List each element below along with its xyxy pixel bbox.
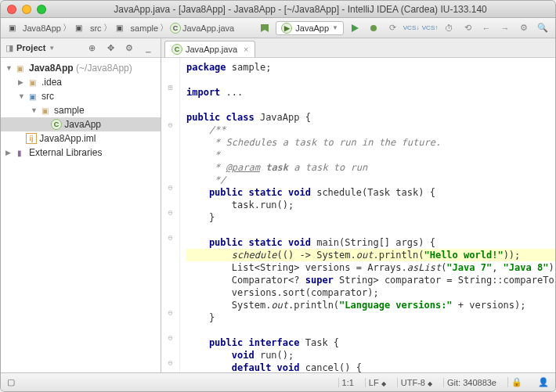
vcs-history-button[interactable]: ⏱ bbox=[441, 20, 457, 36]
dropdown-icon[interactable]: ▼ bbox=[49, 45, 55, 52]
project-panel-title: Project bbox=[16, 43, 45, 52]
class-icon: C bbox=[171, 44, 182, 55]
dropdown-icon: ▼ bbox=[332, 24, 338, 31]
class-icon: C bbox=[51, 119, 62, 130]
encoding[interactable]: UTF-8 ◆ bbox=[397, 378, 435, 387]
minimize-window-button[interactable] bbox=[22, 5, 31, 14]
breadcrumb-sep: 〉 bbox=[103, 22, 112, 34]
window-title: JavaApp.java - [Java8App] - Java8App - [… bbox=[52, 4, 549, 15]
gutter: ⊞ ⊖ ⊖⊖ ⊖ ⊖ ⊖ ⊖ bbox=[161, 58, 180, 372]
sync-button[interactable]: ⟲ bbox=[460, 20, 475, 36]
gear-icon[interactable]: ⚙ bbox=[121, 40, 137, 56]
tree-root[interactable]: ▼▣Java8App (~/Java8App) bbox=[1, 61, 161, 75]
breadcrumb-item[interactable]: Java8App bbox=[23, 23, 61, 33]
package-icon: ▣ bbox=[114, 23, 126, 34]
svg-point-0 bbox=[370, 25, 377, 31]
project-tree: ▼▣Java8App (~/Java8App) ▶▣.idea ▼▣src ▼▣… bbox=[1, 58, 161, 372]
project-panel-header: ◨ Project ▼ ⊕ ✥ ⚙ ⎯ bbox=[1, 38, 161, 58]
hide-icon[interactable]: ⎯ bbox=[140, 40, 156, 56]
zoom-window-button[interactable] bbox=[37, 5, 46, 14]
lock-icon[interactable]: 🔒 bbox=[507, 377, 525, 387]
tree-javaapp[interactable]: C JavaApp bbox=[1, 117, 161, 131]
breadcrumb-item[interactable]: sample bbox=[131, 23, 158, 33]
scroll-icon[interactable]: ✥ bbox=[103, 40, 118, 56]
back-button[interactable]: ← bbox=[478, 20, 494, 36]
cursor-position[interactable]: 1:1 bbox=[338, 378, 357, 387]
iml-icon: ij bbox=[26, 133, 37, 144]
line-separator[interactable]: LF ◆ bbox=[365, 378, 389, 387]
run-config-label: JavaApp bbox=[295, 23, 329, 33]
breadcrumb-item[interactable]: src bbox=[90, 23, 102, 33]
project-view-icon: ◨ bbox=[5, 43, 13, 53]
git-branch[interactable]: Git: 340883e bbox=[443, 378, 500, 387]
compile-button[interactable] bbox=[257, 20, 273, 36]
folder-icon: ▣ bbox=[5, 23, 18, 34]
tree-external-libs[interactable]: ▶▮External Libraries bbox=[1, 146, 161, 160]
code-body[interactable]: package sample; import ... public class … bbox=[180, 58, 555, 372]
breadcrumb-item[interactable]: JavaApp.java bbox=[182, 23, 234, 33]
debug-button[interactable] bbox=[366, 20, 381, 36]
statusbar: ▢ 1:1 LF ◆ UTF-8 ◆ Git: 340883e 🔒 👤 bbox=[1, 372, 555, 391]
tree-iml[interactable]: ij Java8App.iml bbox=[1, 131, 161, 146]
breadcrumb-sep: 〉 bbox=[63, 22, 71, 34]
run-config-select[interactable]: ▶ JavaApp ▼ bbox=[276, 21, 344, 35]
titlebar: JavaApp.java - [Java8App] - Java8App - [… bbox=[1, 1, 555, 18]
settings-button[interactable]: ⚙ bbox=[516, 20, 532, 36]
vcs-update-button[interactable]: VCS↓ bbox=[403, 20, 419, 36]
code-editor[interactable]: ⊞ ⊖ ⊖⊖ ⊖ ⊖ ⊖ ⊖ package sample; import ..… bbox=[161, 58, 555, 372]
editor-tab[interactable]: C JavaApp.java × bbox=[164, 41, 255, 57]
folder-icon: ▣ bbox=[73, 23, 85, 34]
inspector-icon[interactable]: 👤 bbox=[538, 377, 549, 387]
class-icon: C bbox=[170, 23, 181, 34]
coverage-button[interactable]: ⟳ bbox=[385, 20, 400, 36]
run-button[interactable] bbox=[347, 20, 363, 36]
search-button[interactable]: 🔍 bbox=[535, 20, 551, 36]
close-tab-icon[interactable]: × bbox=[244, 45, 248, 54]
breadcrumb: ▣ Java8App 〉 ▣ src 〉 ▣ sample 〉 C JavaAp… bbox=[5, 22, 234, 34]
tree-sample[interactable]: ▼▣sample bbox=[1, 103, 161, 117]
toolbar: ▣ Java8App 〉 ▣ src 〉 ▣ sample 〉 C JavaAp… bbox=[1, 18, 555, 38]
tab-label: JavaApp.java bbox=[186, 45, 237, 54]
class-icon: ▶ bbox=[281, 23, 292, 34]
forward-button[interactable]: → bbox=[497, 20, 513, 36]
editor-area: C JavaApp.java × ⊞ ⊖ ⊖⊖ ⊖ ⊖ ⊖ ⊖ package … bbox=[161, 38, 555, 372]
breadcrumb-sep: 〉 bbox=[160, 22, 168, 34]
project-sidebar: ◨ Project ▼ ⊕ ✥ ⚙ ⎯ ▼▣Java8App (~/Java8A… bbox=[1, 38, 161, 372]
collapse-icon[interactable]: ⊕ bbox=[84, 40, 99, 56]
vcs-commit-button[interactable]: VCS↑ bbox=[422, 20, 438, 36]
close-window-button[interactable] bbox=[7, 5, 16, 14]
editor-tabs: C JavaApp.java × bbox=[161, 38, 555, 58]
tree-src[interactable]: ▼▣src bbox=[1, 89, 161, 103]
tree-idea[interactable]: ▶▣.idea bbox=[1, 75, 161, 89]
status-icon[interactable]: ▢ bbox=[7, 377, 15, 387]
